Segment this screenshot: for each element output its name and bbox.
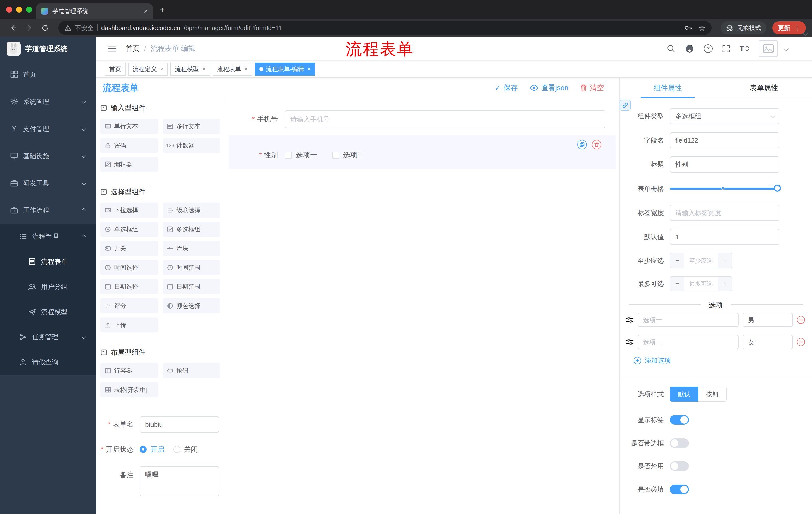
palette-item-upload[interactable]: 上传 bbox=[100, 317, 158, 332]
option-value-input[interactable] bbox=[743, 335, 793, 349]
plus-icon[interactable]: + bbox=[718, 253, 732, 268]
required-switch[interactable] bbox=[670, 485, 689, 494]
font-size-icon[interactable]: T bbox=[740, 44, 749, 53]
sidebar-item-payment[interactable]: ¥ 支付管理 bbox=[0, 115, 96, 142]
title-input[interactable] bbox=[670, 156, 779, 172]
label-width-input[interactable] bbox=[670, 205, 779, 221]
palette-item-date-range[interactable]: 日期范围 bbox=[163, 279, 220, 294]
palette-item-switch[interactable]: 开关 bbox=[100, 241, 158, 256]
palette-item-password[interactable]: 密码 bbox=[100, 138, 158, 153]
default-value-input[interactable] bbox=[670, 229, 779, 245]
show-label-switch[interactable] bbox=[670, 415, 689, 425]
palette-item-slider[interactable]: 滑块 bbox=[163, 241, 220, 256]
tag-process-form-edit[interactable]: 流程表单-编辑 × bbox=[255, 63, 315, 76]
option-label-input[interactable] bbox=[638, 313, 738, 327]
status-off-radio[interactable]: 关闭 bbox=[173, 444, 198, 454]
bookmark-star-icon[interactable]: ☆ bbox=[699, 24, 705, 32]
style-default-button[interactable]: 默认 bbox=[670, 386, 698, 402]
palette-item-checkbox-group[interactable]: 多选框组 bbox=[163, 222, 220, 237]
phone-input[interactable] bbox=[285, 110, 606, 128]
save-button[interactable]: ✓ 保存 bbox=[495, 83, 518, 92]
close-icon[interactable]: × bbox=[244, 65, 248, 73]
tag-process-form[interactable]: 流程表单 × bbox=[212, 63, 252, 76]
view-json-button[interactable]: 查看json bbox=[530, 83, 568, 92]
option-label-input[interactable] bbox=[638, 335, 738, 349]
palette-item-radio-group[interactable]: 单选框组 bbox=[100, 222, 158, 237]
disabled-switch[interactable] bbox=[670, 461, 689, 471]
palette-item-select[interactable]: 下拉选择 bbox=[100, 203, 158, 218]
tab-form-props[interactable]: 表单属性 bbox=[716, 78, 812, 98]
traffic-zoom-button[interactable] bbox=[26, 6, 32, 12]
remove-option-icon[interactable] bbox=[797, 316, 805, 324]
minus-icon[interactable]: − bbox=[670, 253, 685, 268]
palette-item-rate[interactable]: ☆ 评分 bbox=[100, 298, 158, 313]
palette-item-date-picker[interactable]: 日期选择 bbox=[100, 279, 158, 294]
tab-close-icon[interactable]: × bbox=[144, 7, 148, 15]
plus-icon[interactable]: + bbox=[718, 277, 732, 291]
delete-icon[interactable] bbox=[592, 140, 602, 150]
component-type-select[interactable]: 多选框组 bbox=[670, 108, 779, 124]
breadcrumb-home[interactable]: 首页 bbox=[126, 44, 140, 53]
sidebar-item-devtools[interactable]: 研发工具 bbox=[0, 169, 96, 197]
close-icon[interactable]: × bbox=[202, 65, 205, 73]
tab-component-props[interactable]: 组件属性 bbox=[619, 78, 716, 98]
add-option-button[interactable]: 添加选项 bbox=[634, 356, 812, 365]
forward-icon[interactable] bbox=[22, 21, 36, 35]
help-icon[interactable]: ? bbox=[704, 44, 713, 53]
palette-item-multiline-text[interactable]: 多行文本 bbox=[163, 119, 220, 134]
copy-icon[interactable] bbox=[577, 140, 587, 150]
traffic-close-button[interactable] bbox=[6, 6, 12, 12]
link-icon[interactable] bbox=[619, 100, 631, 111]
minus-icon[interactable]: − bbox=[670, 277, 685, 291]
address-bar[interactable]: 不安全 dashboard.yudao.iocoder.cn /bpm/mana… bbox=[58, 21, 712, 35]
form-name-input[interactable] bbox=[140, 416, 219, 433]
browser-tab[interactable]: 芋道管理系统 × bbox=[36, 3, 153, 19]
border-switch[interactable] bbox=[670, 438, 689, 448]
palette-item-button[interactable]: 按钮 bbox=[163, 363, 220, 378]
drag-handle-icon[interactable] bbox=[626, 317, 634, 323]
sidebar-item-process-form[interactable]: 流程表单 bbox=[0, 249, 96, 274]
gender-option-1-checkbox[interactable]: 选项一 bbox=[285, 151, 317, 160]
github-icon[interactable] bbox=[685, 44, 694, 53]
tag-process-model[interactable]: 流程模型 × bbox=[170, 63, 210, 76]
sidebar-item-process-management[interactable]: 流程管理 bbox=[0, 224, 96, 249]
new-tab-button[interactable]: + bbox=[160, 4, 165, 15]
option-value-input[interactable] bbox=[743, 313, 793, 327]
style-button-button[interactable]: 按钮 bbox=[698, 386, 727, 402]
fullscreen-icon[interactable] bbox=[722, 45, 730, 53]
sidebar-item-process-model[interactable]: 流程模型 bbox=[0, 299, 96, 324]
field-name-input[interactable] bbox=[670, 132, 779, 148]
canvas-field-phone[interactable]: *手机号 bbox=[229, 110, 615, 128]
palette-item-editor[interactable]: 编辑器 bbox=[100, 157, 158, 172]
sidebar-item-home[interactable]: 首页 bbox=[0, 61, 96, 88]
sidebar-item-infrastructure[interactable]: 基础设施 bbox=[0, 142, 96, 169]
close-icon[interactable]: × bbox=[307, 65, 311, 73]
slider-handle[interactable] bbox=[774, 185, 781, 192]
sidebar-item-task-management[interactable]: 任务管理 bbox=[0, 324, 96, 350]
search-icon[interactable] bbox=[667, 44, 675, 53]
tag-process-definition[interactable]: 流程定义 × bbox=[128, 63, 168, 76]
palette-item-time-picker[interactable]: 时间选择 bbox=[100, 260, 158, 275]
max-select-value[interactable]: 最多可选 bbox=[685, 277, 718, 291]
palette-item-row-container[interactable]: 行容器 bbox=[100, 363, 158, 378]
palette-item-color-picker[interactable]: 颜色选择 bbox=[163, 298, 220, 313]
hamburger-icon[interactable] bbox=[108, 45, 117, 52]
clear-button[interactable]: 清空 bbox=[580, 83, 604, 92]
sidebar-item-leave-query[interactable]: 请假查询 bbox=[0, 350, 96, 375]
browser-menu-icon[interactable]: ⋮ bbox=[794, 24, 801, 32]
back-icon[interactable] bbox=[6, 21, 20, 35]
close-icon[interactable]: × bbox=[160, 65, 163, 73]
status-on-radio[interactable]: 开启 bbox=[140, 444, 164, 454]
form-grid-slider[interactable] bbox=[670, 181, 779, 197]
palette-item-counter[interactable]: 123 计数器 bbox=[163, 138, 220, 153]
palette-item-table[interactable]: 表格[开发中] bbox=[100, 382, 158, 397]
gender-option-2-checkbox[interactable]: 选项二 bbox=[332, 151, 364, 160]
tag-home[interactable]: 首页 bbox=[105, 63, 126, 76]
avatar-dropdown-chevron-icon[interactable] bbox=[784, 46, 789, 51]
sidebar-item-user-groups[interactable]: 用户分组 bbox=[0, 274, 96, 299]
logo[interactable]: 芋道管理系统 bbox=[0, 37, 96, 61]
avatar[interactable] bbox=[759, 40, 778, 57]
canvas-field-gender-selected[interactable]: *性别 选项一 选项二 bbox=[229, 135, 615, 169]
palette-item-cascader[interactable]: 级联选择 bbox=[163, 203, 220, 218]
traffic-minimize-button[interactable] bbox=[16, 6, 22, 12]
